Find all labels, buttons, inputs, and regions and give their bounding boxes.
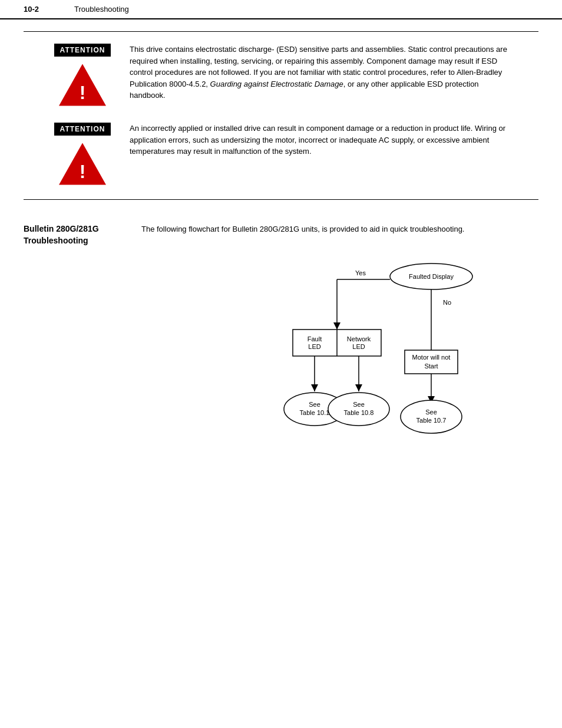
bulletin-section: Bulletin 280G/281G Troubleshooting The f… (24, 223, 538, 477)
attention-block-1: ATTENTION ! This drive contains electros… (24, 44, 538, 108)
svg-marker-24 (355, 384, 362, 391)
svg-text:LED: LED (352, 343, 365, 350)
flowchart-svg: Faulted Display Yes No (178, 253, 502, 477)
bulletin-title-line2: Troubleshooting (24, 235, 130, 247)
bulletin-intro: The following flowchart for Bulletin 280… (141, 223, 538, 235)
attention-badge-2: ATTENTION (54, 123, 111, 136)
attention-text-2: An incorrectly applied or installed driv… (130, 123, 515, 157)
svg-text:!: ! (80, 82, 86, 103)
page-number: 10-2 (24, 5, 39, 14)
page: 10-2 Troubleshooting ATTENTION ! This dr… (0, 0, 562, 728)
header-title: Troubleshooting (74, 5, 129, 14)
bulletin-label: Bulletin 280G/281G Troubleshooting (24, 223, 141, 246)
bulletin-title-line1: Bulletin 280G/281G (24, 223, 130, 235)
svg-text:Yes: Yes (355, 269, 366, 276)
svg-text:Table 10.1: Table 10.1 (300, 409, 330, 416)
svg-text:Faulted Display: Faulted Display (409, 273, 454, 280)
svg-text:Fault: Fault (308, 335, 322, 342)
svg-text:Start: Start (424, 363, 438, 370)
svg-text:See: See (309, 401, 320, 408)
flowchart-container: Faulted Display Yes No (178, 253, 502, 477)
svg-text:Table 10.8: Table 10.8 (344, 409, 374, 416)
attention-text-1: This drive contains electrostatic discha… (130, 44, 515, 101)
svg-text:No: No (443, 299, 451, 306)
svg-text:LED: LED (308, 343, 320, 350)
attention-triangle-2: ! (56, 140, 109, 187)
svg-marker-22 (311, 384, 318, 391)
attention-section: ATTENTION ! This drive contains electros… (24, 31, 538, 200)
svg-text:See: See (425, 409, 437, 416)
svg-text:Motor will not: Motor will not (412, 354, 451, 361)
attention-triangle-1: ! (56, 61, 109, 108)
page-header: 10-2 Troubleshooting (0, 0, 562, 19)
svg-text:!: ! (80, 161, 86, 182)
attention-badge-1: ATTENTION (54, 44, 111, 57)
svg-text:Network: Network (347, 335, 371, 342)
attention-left-2: ATTENTION ! (47, 123, 118, 187)
attention-left-1: ATTENTION ! (47, 44, 118, 108)
svg-marker-11 (333, 322, 340, 330)
svg-text:See: See (353, 401, 365, 408)
main-content: ATTENTION ! This drive contains electros… (0, 19, 562, 489)
attention-block-2: ATTENTION ! An incorrectly applied or in… (24, 123, 538, 187)
bulletin-content: The following flowchart for Bulletin 280… (141, 223, 538, 477)
svg-text:Table 10.7: Table 10.7 (416, 417, 447, 424)
